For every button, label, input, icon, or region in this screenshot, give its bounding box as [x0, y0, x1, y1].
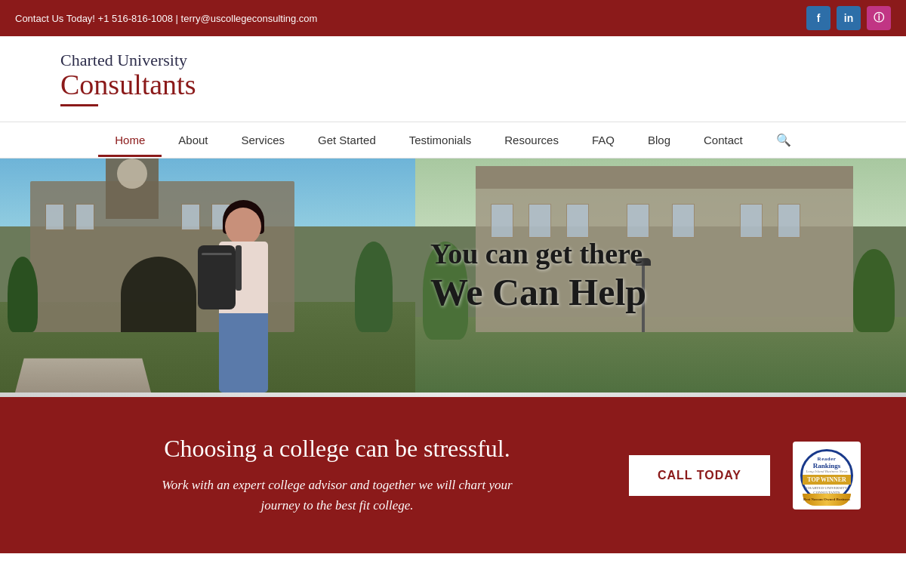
hero-line1: You can get there — [430, 237, 646, 270]
hero-tree-1 — [8, 257, 38, 332]
hero-window-1 — [45, 204, 64, 230]
r-window-5 — [672, 204, 695, 238]
social-icons-container: f in ⓘ — [806, 6, 891, 30]
nav-item-testimonials[interactable]: Testimonials — [393, 123, 488, 157]
top-bar: Contact Us Today! +1 516-816-1008 | terr… — [0, 0, 906, 36]
hero-line2: We Can Help — [430, 270, 646, 314]
r-window-4 — [627, 204, 649, 238]
bottom-headline: Choosing a college can be stressful. — [45, 435, 629, 463]
nav-item-faq[interactable]: FAQ — [575, 123, 631, 157]
facebook-icon[interactable]: f — [806, 6, 830, 30]
bottom-text-block: Choosing a college can be stressful. Wor… — [45, 435, 629, 516]
nav-item-services[interactable]: Services — [224, 123, 301, 157]
hero-path — [15, 359, 151, 393]
hero-tree-2 — [355, 242, 393, 332]
bottom-section: Choosing a college can be stressful. Wor… — [0, 397, 906, 553]
backpack-shoulder-strap — [236, 245, 242, 291]
hero-tower — [106, 159, 159, 219]
contact-info: Contact Us Today! +1 516-816-1008 | terr… — [15, 13, 317, 24]
nav-item-home[interactable]: Home — [98, 123, 162, 157]
r-window-2 — [528, 204, 551, 238]
nav-item-about[interactable]: About — [162, 123, 224, 157]
building-cornice — [476, 166, 853, 189]
hero-left-panel — [0, 159, 415, 393]
badge-ribbon: Best Nassau Owned Business — [803, 494, 851, 506]
bottom-cta-area: CALL TODAY Reader Rankings Long Island B… — [629, 442, 861, 509]
site-header: Charted University Consultants — [0, 36, 906, 122]
r-window-6 — [740, 204, 763, 238]
nav-item-get-started[interactable]: Get Started — [301, 123, 393, 157]
badge-reader-text: Reader — [818, 456, 837, 462]
badge-category: Best Nassau Owned Business — [803, 497, 850, 501]
badge-top-winner: TOP WINNER — [803, 475, 851, 485]
hero-clock — [117, 159, 147, 189]
person-pants — [219, 313, 268, 393]
search-icon[interactable]: 🔍 — [760, 122, 808, 158]
hero-person — [181, 196, 302, 393]
r-window-7 — [778, 204, 800, 238]
hero-window-2 — [76, 204, 94, 230]
logo[interactable]: Charted University Consultants — [60, 51, 196, 106]
nav-item-blog[interactable]: Blog — [631, 123, 687, 157]
instagram-icon[interactable]: ⓘ — [867, 6, 891, 30]
person-backpack — [198, 245, 236, 309]
logo-underline — [60, 104, 98, 106]
hero-text-overlay: You can get there We Can Help — [430, 237, 646, 314]
award-badge: Reader Rankings Long Island Business New… — [793, 442, 861, 509]
hero-banner: You can get there We Can Help — [0, 159, 906, 393]
logo-line2: Consultants — [60, 69, 196, 101]
call-today-button[interactable]: CALL TODAY — [629, 455, 770, 496]
main-nav: Home About Services Get Started Testimon… — [0, 122, 906, 159]
person-face — [225, 208, 261, 245]
bottom-subtext: Work with an expert college advisor and … — [156, 475, 518, 516]
nav-item-contact[interactable]: Contact — [687, 123, 760, 157]
nav-item-resources[interactable]: Resources — [488, 123, 575, 157]
r-tree-2 — [853, 249, 895, 332]
r-window-1 — [491, 204, 513, 238]
r-window-3 — [566, 204, 589, 238]
logo-line1: Charted University — [60, 51, 196, 69]
backpack-strap — [202, 253, 232, 255]
linkedin-icon[interactable]: in — [837, 6, 861, 30]
hero-right-panel: You can get there We Can Help — [415, 159, 906, 393]
badge-subtitle: Long Island Business News — [806, 469, 848, 473]
badge-rankings-text: Rankings — [813, 462, 841, 469]
badge-circle: Reader Rankings Long Island Business New… — [800, 449, 853, 502]
